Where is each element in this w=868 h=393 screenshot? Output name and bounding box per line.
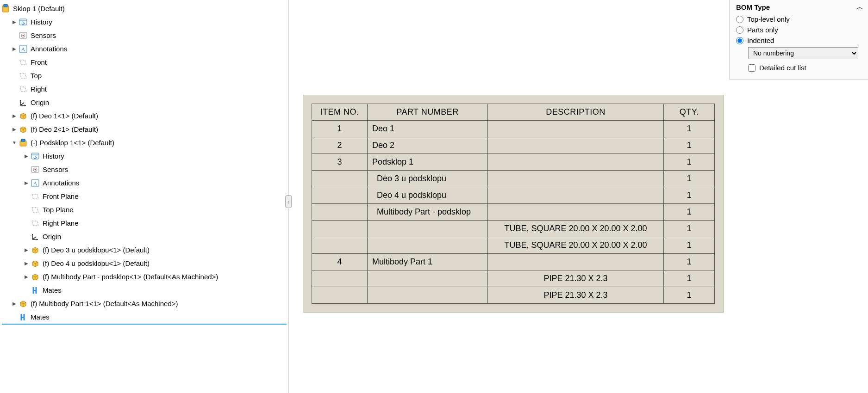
- cell-item: [312, 237, 368, 254]
- expand-arrow-icon[interactable]: ▶: [23, 153, 30, 160]
- bom-options-panel: BOM Type ︿ Top-level only Parts only Ind…: [729, 0, 868, 80]
- cell-qty: 1: [664, 187, 715, 204]
- radio-parts-only[interactable]: [736, 26, 743, 34]
- expand-arrow-icon[interactable]: ▶: [11, 126, 18, 133]
- tree-item[interactable]: ▶History: [0, 149, 288, 163]
- tree-item[interactable]: ▶(f) Deo 1<1> (Default): [0, 109, 288, 123]
- tree-item[interactable]: ▼(-) Podsklop 1<1> (Default): [0, 136, 288, 149]
- cell-part: Deo 1: [368, 121, 488, 137]
- tree-item[interactable]: Front Plane: [0, 190, 288, 203]
- table-row[interactable]: Deo 4 u podsklopu1: [312, 187, 715, 204]
- table-row[interactable]: 4Multibody Part 11: [312, 254, 715, 270]
- svg-point-5: [23, 35, 24, 36]
- tree-item[interactable]: Right: [0, 82, 288, 96]
- part-icon: [19, 299, 28, 308]
- expand-arrow-icon[interactable]: ▶: [11, 19, 18, 25]
- checkbox-detailed-cut-list[interactable]: [748, 64, 756, 72]
- tree-item[interactable]: ▶(f) Deo 2<1> (Default): [0, 123, 288, 136]
- numbering-select[interactable]: No numbering: [748, 47, 858, 59]
- cell-qty: 1: [664, 204, 715, 221]
- tree-item[interactable]: Sensors: [0, 29, 288, 42]
- tree-item[interactable]: ▶(f) Multibody Part 1<1> (Default<As Mac…: [0, 297, 288, 310]
- bom-type-parts-only[interactable]: Parts only: [736, 26, 863, 34]
- radio-indented[interactable]: [736, 37, 743, 44]
- tree-item[interactable]: ▶AAnnotations: [0, 42, 288, 55]
- bom-type-top-level[interactable]: Top-level only: [736, 15, 863, 23]
- tree-item[interactable]: Mates: [0, 283, 288, 297]
- tree-item[interactable]: ▶(f) Deo 3 u podsklopu<1> (Default): [0, 243, 288, 257]
- feature-tree-panel: Sklop 1 (Default) ▶HistorySensors▶AAnnot…: [0, 0, 289, 393]
- cell-item: [312, 221, 368, 237]
- collapse-chevron-icon[interactable]: ︿: [856, 3, 863, 12]
- expand-arrow-icon[interactable]: ▶: [23, 247, 30, 253]
- table-row[interactable]: Multibody Part - podsklop1: [312, 204, 715, 221]
- cell-part: Deo 3 u podsklopu: [368, 171, 488, 187]
- tree-item-label: Mates: [43, 286, 62, 294]
- tree-item-label: History: [43, 152, 64, 160]
- cell-desc: TUBE, SQUARE 20.00 X 20.00 X 2.00: [488, 221, 664, 237]
- tree-item[interactable]: Sensors: [0, 163, 288, 176]
- origin-icon: [31, 232, 40, 241]
- tree-item[interactable]: ▶(f) Deo 4 u podsklopu<1> (Default): [0, 257, 288, 270]
- tree-item[interactable]: ▶AAnnotations: [0, 176, 288, 190]
- history-icon: [31, 152, 40, 161]
- expand-arrow-icon: [23, 233, 30, 240]
- detailed-cut-list[interactable]: Detailed cut list: [748, 64, 863, 72]
- svg-point-13: [35, 169, 36, 170]
- cell-desc: [488, 254, 664, 270]
- annotations-icon: A: [31, 178, 40, 188]
- tree-item-label: Right Plane: [43, 219, 79, 227]
- svg-rect-9: [21, 139, 25, 141]
- bom-type-indented[interactable]: Indented: [736, 37, 863, 44]
- expand-arrow-icon[interactable]: ▼: [11, 140, 18, 146]
- expand-arrow-icon[interactable]: ▶: [11, 301, 18, 307]
- cell-item: 3: [312, 154, 368, 171]
- tree-root-label: Sklop 1 (Default): [13, 5, 65, 12]
- expand-arrow-icon[interactable]: ▶: [11, 113, 18, 119]
- tree-item[interactable]: ▶(f) Multibody Part - podsklop<1> (Defau…: [0, 270, 288, 283]
- annotations-icon: A: [19, 44, 28, 54]
- table-row[interactable]: 2Deo 21: [312, 137, 715, 154]
- tree-item-label: (-) Podsklop 1<1> (Default): [31, 139, 114, 147]
- table-row[interactable]: Deo 3 u podsklopu1: [312, 171, 715, 187]
- tree-root[interactable]: Sklop 1 (Default): [0, 2, 288, 15]
- expand-arrow-icon[interactable]: ▶: [11, 46, 18, 52]
- expand-arrow-icon[interactable]: ▶: [23, 260, 30, 267]
- tree-item-label: Annotations: [43, 179, 79, 187]
- tree-item[interactable]: Origin: [0, 96, 288, 109]
- table-row[interactable]: TUBE, SQUARE 20.00 X 20.00 X 2.001: [312, 221, 715, 237]
- tree-item[interactable]: Origin: [0, 230, 288, 243]
- checkbox-detailed-label: Detailed cut list: [759, 64, 806, 72]
- expand-arrow-icon: [23, 166, 30, 173]
- table-row[interactable]: PIPE 21.30 X 2.31: [312, 270, 715, 287]
- cell-item: [312, 171, 368, 187]
- expand-arrow-icon: [23, 193, 30, 200]
- tree-item[interactable]: Top: [0, 69, 288, 82]
- part-icon: [31, 272, 40, 282]
- table-row[interactable]: 1Deo 11: [312, 121, 715, 137]
- cell-part: [368, 287, 488, 304]
- tree-item-label: (f) Deo 2<1> (Default): [31, 125, 98, 133]
- tree-item[interactable]: Mates: [0, 310, 288, 324]
- tree-item[interactable]: ▶History: [0, 15, 288, 29]
- cell-item: [312, 287, 368, 304]
- splitter-handle[interactable]: ⋮: [285, 195, 292, 208]
- expand-arrow-icon[interactable]: ▶: [23, 274, 30, 280]
- mates-icon: [19, 313, 28, 322]
- expand-arrow-icon[interactable]: ▶: [23, 180, 30, 186]
- tree-item[interactable]: Top Plane: [0, 203, 288, 216]
- plane-icon: [31, 205, 40, 215]
- radio-indented-label: Indented: [747, 37, 774, 44]
- bom-table[interactable]: ITEM NO. PART NUMBER DESCRIPTION QTY. 1D…: [312, 104, 715, 304]
- cell-part: [368, 237, 488, 254]
- cell-part: Multibody Part - podsklop: [368, 204, 488, 221]
- tree-item[interactable]: Right Plane: [0, 216, 288, 230]
- table-row[interactable]: 3Podsklop 11: [312, 154, 715, 171]
- tree-item-label: Right: [31, 85, 47, 93]
- table-row[interactable]: PIPE 21.30 X 2.31: [312, 287, 715, 304]
- cell-part: [368, 270, 488, 287]
- tree-separator: [2, 324, 287, 325]
- radio-top-level[interactable]: [736, 16, 743, 23]
- table-row[interactable]: TUBE, SQUARE 20.00 X 20.00 X 2.001: [312, 237, 715, 254]
- tree-item[interactable]: Front: [0, 55, 288, 69]
